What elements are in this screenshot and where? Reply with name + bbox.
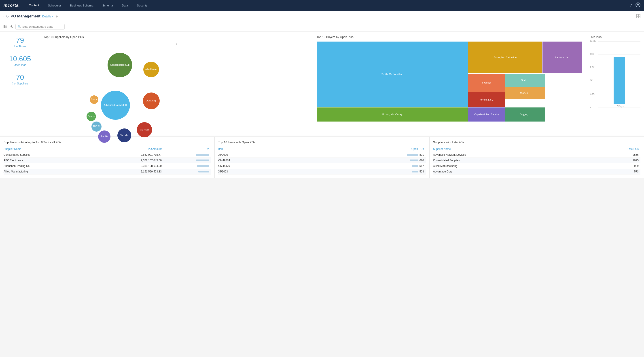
po-amount: 2,572,167,045.00 (92, 158, 164, 163)
svg-rect-7 (5, 25, 7, 25)
table1-header-ro: Ro (164, 147, 211, 152)
top-row: 79 # of Buyer 10,605 Open POs 70 # of Su… (0, 32, 644, 136)
treemap-cell-mccart[interactable]: McCart... (505, 87, 545, 99)
nav-data[interactable]: Data (120, 3, 130, 8)
bubble-starga[interactable]: Star Ga (98, 130, 110, 143)
open-pos-value: 517 (305, 163, 426, 169)
supplier-name: Advanced Network Devices (433, 152, 584, 158)
table-row: Consolidated Supplies 2,662,021,715.77 (4, 152, 211, 158)
nav-content[interactable]: Content (27, 3, 41, 8)
bubble-advancednetworkd[interactable]: Advanced Network D (101, 91, 130, 120)
late-pos-value: 929 (584, 163, 640, 169)
bar-column (164, 169, 211, 174)
page-title: 6. PO Management (6, 14, 40, 18)
bubble-abcel[interactable]: ABC El (92, 121, 102, 132)
table2-title: Top 10 Items with Open POs (218, 140, 426, 144)
treemap: Smith, Mr. JonathanBaker, Ms. CatherineL… (317, 41, 582, 122)
bottom-row: Suppliers contributing to Top 80% for al… (0, 137, 644, 178)
treemap-cell-copelandms[interactable]: Copeland, Ms. Sandra (468, 107, 505, 122)
back-button[interactable]: ‹ (4, 14, 5, 18)
treemap-cell-jagger[interactable]: Jagger,... (505, 107, 545, 122)
treemap-cell-stock[interactable]: Stock,... (505, 73, 545, 87)
bubble-alliedmanu[interactable]: Allied Manu (143, 62, 159, 77)
supplier-name: ABC Electronics (4, 158, 92, 163)
sidebar-toggle-icon[interactable] (4, 25, 7, 28)
bar-column (164, 152, 211, 158)
open-pos-value: 670 (305, 158, 426, 163)
filter-icon[interactable]: ⚗ (10, 25, 13, 29)
kpi-panel: 79 # of Buyer 10,605 Open POs 70 # of Su… (0, 32, 40, 136)
svg-rect-3 (639, 14, 640, 16)
kpi-open-pos: 10,605 Open POs (4, 55, 36, 66)
po-amount: 2,151,599,503.83 (92, 169, 164, 174)
search-box[interactable]: 🔍 (16, 24, 64, 29)
bar-item-7days: +7 Days (614, 57, 625, 107)
table-row: Allied Manufacturing 929 (433, 163, 640, 169)
kpi-buyer-label: # of Buyer (4, 45, 36, 48)
item-name: CM45470 (218, 163, 304, 169)
nav-schema[interactable]: Schema (100, 3, 115, 8)
table-panel-late-pos: Suppliers with Late POs Supplier Name La… (430, 137, 644, 178)
table3-header-name: Supplier Name (433, 147, 584, 152)
table-row: Consolidated Supplies 2025 (433, 158, 640, 163)
bar-chart-bars: +7 Days (598, 41, 640, 107)
toolbar: ⚗ 🔍 (0, 22, 644, 32)
search-input[interactable] (22, 25, 62, 28)
bar-column (164, 158, 211, 163)
user-icon[interactable] (636, 2, 640, 8)
search-icon: 🔍 (18, 25, 21, 28)
treemap-cell-bakermscat[interactable]: Baker, Ms. Catherine (468, 41, 542, 73)
table1-header-name: Supplier Name (4, 147, 92, 152)
svg-rect-9 (5, 27, 7, 28)
table-row: Allied Manufacturing 2,151,599,503.83 (4, 169, 211, 174)
bubble-chart: Consolidated SupAllied ManuAdvanced Netw… (44, 47, 309, 132)
nav-security[interactable]: Security (135, 3, 149, 8)
treemap-cell-larssonjan[interactable]: Larsson, Jan (542, 41, 582, 73)
bubble-consolidatedsup[interactable]: Consolidated Sup (108, 53, 132, 77)
bar-chart-title: Late POs (590, 35, 640, 39)
table-panel-suppliers-80: Suppliers contributing to Top 80% for al… (0, 137, 215, 178)
treemap-cell-smithmrjon[interactable]: Smith, Mr. Jonathan (317, 41, 468, 107)
svg-point-1 (637, 3, 639, 5)
table-row: XP9003 503 (218, 169, 426, 174)
supplier-name: Allied Manufacturing (433, 163, 584, 169)
table-view-icon[interactable] (636, 14, 640, 19)
item-name: XP9006 (218, 152, 304, 158)
kpi-buyer: 79 # of Buyer (4, 36, 36, 48)
treemap-cell-brownmscas[interactable]: Brown, Ms. Casey (317, 107, 468, 122)
nav-scheduler[interactable]: Scheduler (46, 3, 63, 8)
supplier-name: Consolidated Supplies (433, 158, 584, 163)
table-row: ABC Electronics 2,572,167,045.00 (4, 158, 211, 163)
table2-header-open-pos: Open POs (305, 147, 426, 152)
bubble-genera[interactable]: Genera (86, 112, 96, 121)
svg-rect-2 (636, 14, 638, 16)
kpi-suppliers-value: 70 (4, 73, 36, 81)
table3: Supplier Name Late POs Advanced Network … (433, 147, 640, 174)
bubble-banne[interactable]: Banne (90, 95, 98, 104)
dashboard-content: 79 # of Buyer 10,605 Open POs 70 # of Su… (0, 32, 644, 178)
svg-rect-6 (4, 25, 5, 28)
scroll-up-arrow[interactable]: ▲ (44, 41, 309, 47)
table-row: Shenzhen Trading Co. 2,369,198,634.90 (4, 163, 211, 169)
supplier-name: Allied Manufacturing (4, 169, 92, 174)
table3-title: Suppliers with Late POs (433, 140, 640, 144)
treemap-cell-jjansen[interactable]: J Jansen (468, 73, 505, 92)
supplier-name: Advantage Corp (433, 169, 584, 174)
help-icon[interactable]: ? (630, 3, 632, 8)
bar-chart-area: 12.5K 10K 7.5K 5K 2.5K 0 +7 Days (590, 41, 640, 113)
table1-header-amount: PO Amount (92, 147, 164, 152)
bubble-geplast[interactable]: GE Plast (137, 122, 152, 137)
treemap-panel: Top 10 Buyers by Open POs Smith, Mr. Jon… (313, 32, 586, 136)
details-link[interactable]: Details › (42, 15, 53, 18)
late-pos-value: 2025 (584, 158, 640, 163)
table1: Supplier Name PO Amount Ro Consolidated … (4, 147, 211, 174)
treemap-cell-nortonlin[interactable]: Norton, Lin... (468, 92, 505, 107)
table3-header-late-pos: Late POs (584, 147, 640, 152)
nav-business-schema[interactable]: Business Schema (68, 3, 95, 8)
pin-icon[interactable]: ⊕ (56, 15, 58, 18)
bubble-shenzhe[interactable]: Shenzhe (118, 128, 131, 142)
late-pos-value: 573 (584, 169, 640, 174)
table-panel-items: Top 10 Items with Open POs Item Open POs… (215, 137, 429, 178)
bar-column (164, 163, 211, 169)
bubble-advantag[interactable]: Advantag (143, 92, 160, 109)
